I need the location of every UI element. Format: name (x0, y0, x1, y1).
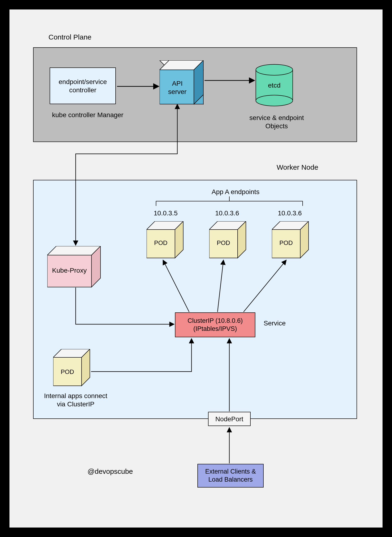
pod-ip-3-label: 10.0.3.6 (278, 209, 302, 217)
nodeport-box: NodePort (208, 412, 251, 426)
pod-ip-1-label: 10.0.3.5 (154, 209, 177, 217)
api-server-label: API server (161, 78, 194, 97)
kube-proxy-label: Kube-Proxy (47, 266, 92, 275)
external-clients-box: External Clients & Load Balancers (197, 464, 264, 488)
app-a-endpoints-bracket-icon (144, 196, 310, 211)
cluster-ip-box: ClusterIP (10.8.0.6) (IPtables/IPVS) (175, 312, 255, 337)
worker-node-title: Worker Node (277, 163, 318, 171)
internal-apps-connect-label: Internal apps connect via ClusterIP (38, 392, 113, 408)
pod-internal-label: POD (53, 368, 82, 376)
app-a-endpoints-label: App A endpoints (212, 188, 259, 196)
service-label: Service (264, 319, 286, 327)
endpoint-service-controller-box: endpoint/service controller (50, 67, 116, 104)
page: Control Plane endpoint/service controlle… (0, 0, 392, 537)
watermark-label: @devopscube (88, 467, 133, 475)
control-plane-title: Control Plane (48, 33, 92, 41)
service-endpoint-objects-label: service & endpoint Objects (243, 114, 310, 130)
pod-1-label: POD (147, 239, 175, 247)
etcd-label: etcd (255, 81, 293, 90)
pod-ip-2-label: 10.0.3.6 (215, 209, 239, 217)
pod-2-label: POD (209, 239, 238, 247)
kube-controller-manager-label: kube controller Manager (52, 111, 123, 119)
canvas: Control Plane endpoint/service controlle… (9, 10, 383, 527)
pod-3-label: POD (272, 239, 300, 247)
svg-point-9 (256, 95, 293, 106)
svg-marker-19 (47, 246, 100, 255)
